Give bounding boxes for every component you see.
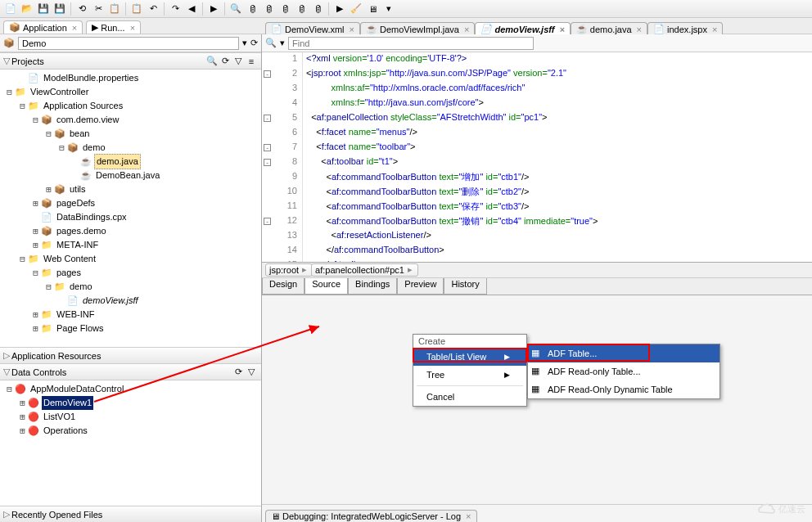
- tree-node[interactable]: ⊞📦pages.demo: [0, 224, 261, 238]
- tree-node[interactable]: ⊟📁ViewController: [0, 85, 261, 99]
- toolbar-button[interactable]: ↷: [168, 2, 183, 16]
- tree-toggle-icon[interactable]: ⊞: [31, 196, 40, 210]
- close-icon[interactable]: ×: [637, 25, 642, 34]
- window-tab[interactable]: 📦Application×: [3, 20, 83, 34]
- close-icon[interactable]: ×: [464, 25, 469, 34]
- tree-toggle-icon[interactable]: ⊞: [18, 410, 27, 424]
- tree-icon[interactable]: ≡: [245, 55, 258, 68]
- tree-node[interactable]: 📄DataBindings.cpx: [0, 210, 261, 224]
- structure-breadcrumb[interactable]: jsp:root ▸af:panelcollection#pc1 ▸: [262, 262, 812, 278]
- toolbar-button[interactable]: ◀: [184, 2, 199, 16]
- toolbar-button[interactable]: 📄: [3, 2, 18, 16]
- data-controls-tree[interactable]: ⊟🔴AppModuleDataControl⊞🔴DemoView1⊞🔴ListV…: [0, 380, 261, 506]
- mode-tab[interactable]: Source: [304, 278, 348, 295]
- app-name-input[interactable]: [18, 37, 239, 50]
- toolbar-button[interactable]: 🧹: [349, 2, 363, 16]
- toolbar-button[interactable]: 🔍: [228, 2, 243, 16]
- code-text[interactable]: <?xml version='1.0' encoding='UTF-8'?><j…: [303, 52, 812, 262]
- log-tab[interactable]: 🖥 Debugging: IntegratedWebLogicServer - …: [265, 510, 477, 522]
- mode-tab[interactable]: History: [444, 278, 486, 295]
- tree-toggle-icon[interactable]: ⊟: [31, 266, 40, 280]
- fold-icon[interactable]: -: [264, 70, 271, 78]
- toolbar-button[interactable]: 📋: [129, 2, 144, 16]
- tree-toggle-icon[interactable]: ⊟: [44, 280, 53, 294]
- tree-toggle-icon[interactable]: ⊟: [18, 252, 27, 266]
- toolbar-button[interactable]: 🛢: [294, 2, 309, 16]
- tree-toggle-icon[interactable]: ⊟: [18, 99, 27, 113]
- breadcrumb-segment[interactable]: jsp:root ▸: [265, 263, 313, 277]
- tree-toggle-icon[interactable]: ⊞: [31, 308, 40, 322]
- refresh-icon[interactable]: ⟳: [232, 366, 245, 379]
- toolbar-button[interactable]: 📂: [20, 2, 34, 16]
- mode-tab[interactable]: Bindings: [348, 278, 397, 295]
- editor-tab[interactable]: 📄index.jspx×: [647, 22, 723, 35]
- menu-item[interactable]: Table/List View▶: [413, 348, 526, 366]
- tree-toggle-icon[interactable]: ⊞: [31, 224, 40, 238]
- tree-node[interactable]: ⊞📦utils: [0, 182, 261, 196]
- submenu-item[interactable]: ▦ADF Table...: [528, 344, 720, 362]
- tree-node[interactable]: ⊞🔴ListVO1: [0, 410, 261, 424]
- tree-toggle-icon[interactable]: ⊟: [5, 382, 14, 396]
- toolbar-button[interactable]: ▶: [332, 2, 347, 16]
- tree-node[interactable]: ⊟📁Web Content: [0, 252, 261, 266]
- dropdown-icon[interactable]: ▾: [280, 38, 285, 48]
- toolbar-button[interactable]: 💾: [52, 2, 67, 16]
- close-icon[interactable]: ×: [712, 25, 717, 34]
- toolbar-button[interactable]: ▶: [206, 2, 221, 16]
- editor-tab[interactable]: 📄demoView.jsff×: [475, 22, 570, 35]
- toolbar-button[interactable]: 🛢: [245, 2, 259, 16]
- tree-toggle-icon[interactable]: ⊟: [57, 141, 66, 155]
- close-icon[interactable]: ×: [72, 23, 77, 33]
- tree-node[interactable]: ⊞🔴Operations: [0, 424, 261, 438]
- tree-toggle-icon[interactable]: ⊟: [5, 85, 14, 99]
- editor-tab[interactable]: 📄DemoView.xml×: [265, 22, 360, 35]
- recent-files-header[interactable]: ▷ Recently Opened Files: [0, 506, 261, 522]
- close-icon[interactable]: ×: [559, 25, 564, 34]
- search-icon[interactable]: 🔍: [205, 55, 219, 68]
- submenu-item[interactable]: ▦ADF Read-only Table...: [528, 362, 720, 380]
- toolbar-button[interactable]: ▾: [381, 2, 396, 16]
- projects-header[interactable]: ▽ Projects 🔍 ⟳ ▽ ≡: [0, 52, 261, 69]
- tree-node[interactable]: ⊟📁pages: [0, 266, 261, 280]
- toolbar-button[interactable]: 📋: [107, 2, 122, 16]
- close-icon[interactable]: ×: [130, 23, 135, 33]
- fold-icon[interactable]: -: [264, 115, 271, 122]
- tree-toggle-icon[interactable]: ⊞: [31, 322, 40, 335]
- tree-node[interactable]: ⊟📦com.demo.view: [0, 113, 261, 127]
- submenu-item[interactable]: ▦ADF Read-Only Dynamic Table: [528, 380, 720, 398]
- breadcrumb-segment[interactable]: af:panelcollection#pc1 ▸: [311, 263, 418, 277]
- tree-node[interactable]: ☕demo.java: [0, 155, 261, 169]
- projects-tree[interactable]: 📄ModelBundle.properties⊟📁ViewController⊟…: [0, 69, 261, 347]
- toolbar-button[interactable]: 🛢: [310, 2, 325, 16]
- toolbar-button[interactable]: 💾: [36, 2, 51, 16]
- tree-node[interactable]: ⊞📦pageDefs: [0, 196, 261, 210]
- mode-tab[interactable]: Preview: [397, 278, 444, 295]
- data-controls-header[interactable]: ▽ Data Controls ⟳ ▽: [0, 363, 261, 380]
- tree-node[interactable]: ⊞📁WEB-INF: [0, 308, 261, 322]
- tree-node[interactable]: ⊞🔴DemoView1: [0, 396, 261, 410]
- tree-toggle-icon[interactable]: ⊞: [44, 182, 53, 196]
- menu-item[interactable]: Tree▶: [413, 366, 526, 384]
- toolbar-button[interactable]: 🛢: [261, 2, 276, 16]
- fold-icon[interactable]: -: [264, 218, 271, 225]
- mode-tab[interactable]: Design: [262, 278, 304, 295]
- tree-toggle-icon[interactable]: ⊟: [31, 113, 40, 127]
- app-dropdown-icon[interactable]: ▾: [242, 38, 247, 48]
- app-refresh-icon[interactable]: ⟳: [250, 38, 258, 48]
- window-tab[interactable]: ▶Run...×: [86, 20, 141, 34]
- tree-node[interactable]: ⊟📦demo: [0, 141, 261, 155]
- tree-node[interactable]: ⊞📁META-INF: [0, 238, 261, 252]
- tree-node[interactable]: 📄ModelBundle.properties: [0, 71, 261, 85]
- tree-node[interactable]: ☕DemoBean.java: [0, 169, 261, 182]
- find-input[interactable]: [288, 37, 534, 50]
- toolbar-button[interactable]: 🖥: [365, 2, 380, 16]
- app-resources-header[interactable]: ▷ Application Resources: [0, 347, 261, 363]
- filter-icon[interactable]: ▽: [232, 55, 245, 68]
- filter-icon[interactable]: ▽: [245, 366, 258, 379]
- fold-icon[interactable]: -: [264, 159, 271, 166]
- toolbar-button[interactable]: ⟲: [74, 2, 89, 16]
- close-icon[interactable]: ×: [350, 25, 354, 34]
- tree-node[interactable]: ⊟🔴AppModuleDataControl: [0, 382, 261, 396]
- tree-node[interactable]: ⊞📁Page Flows: [0, 322, 261, 335]
- toolbar-button[interactable]: ↶: [146, 2, 160, 16]
